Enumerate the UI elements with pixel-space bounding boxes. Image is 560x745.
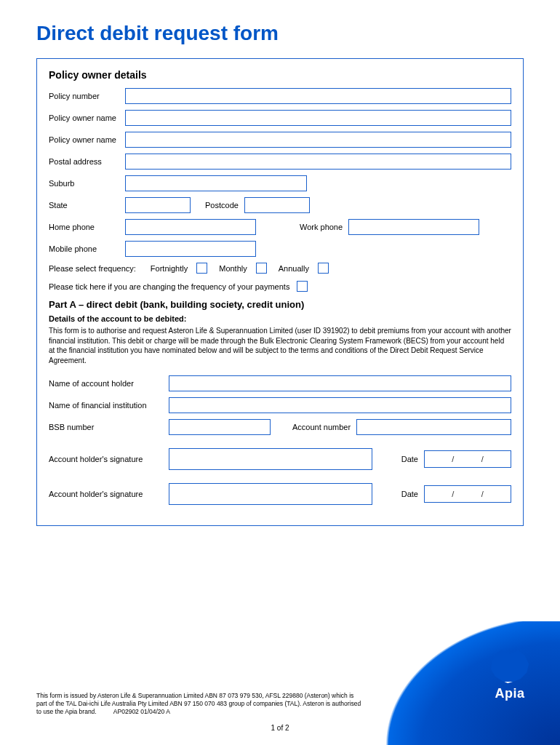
date-sep: / xyxy=(481,490,484,498)
label-postcode: Postcode xyxy=(205,201,239,210)
input-institution[interactable] xyxy=(169,397,511,413)
label-institution: Name of financial institution xyxy=(49,401,169,410)
input-suburb[interactable] xyxy=(125,175,307,191)
label-frequency-prompt: Please select frequency: xyxy=(49,264,136,273)
input-date-1[interactable]: / / xyxy=(424,450,511,468)
date-sep: / xyxy=(452,490,454,498)
input-postcode[interactable] xyxy=(244,197,310,213)
label-monthly: Monthly xyxy=(219,264,247,273)
input-signature-2[interactable] xyxy=(169,483,372,505)
input-mobile-phone[interactable] xyxy=(125,241,256,257)
input-account-holder[interactable] xyxy=(169,375,511,391)
input-bsb[interactable] xyxy=(169,419,271,435)
heading-details: Details of the account to be debited: xyxy=(49,314,511,323)
label-policy-owner-1: Policy owner name xyxy=(49,113,125,122)
input-date-2[interactable]: / / xyxy=(424,485,511,503)
input-postal-address[interactable] xyxy=(125,154,511,170)
label-work-phone: Work phone xyxy=(300,223,343,231)
checkbox-change-frequency[interactable] xyxy=(297,281,308,292)
section-policy-owner: Policy owner details xyxy=(49,69,511,81)
form-container: Policy owner details Policy number Polic… xyxy=(36,58,524,526)
australia-map-icon xyxy=(489,648,531,683)
input-state[interactable] xyxy=(125,197,191,213)
label-account-number: Account number xyxy=(292,423,351,431)
label-signature-2: Account holder's signature xyxy=(49,490,169,498)
input-policy-owner-1[interactable] xyxy=(125,110,511,126)
label-policy-number: Policy number xyxy=(49,92,125,100)
input-signature-1[interactable] xyxy=(169,448,372,470)
label-change-frequency: Please tick here if you are changing the… xyxy=(49,282,289,291)
section-part-a: Part A – direct debit (bank, building so… xyxy=(49,299,511,310)
label-state: State xyxy=(49,201,125,210)
input-home-phone[interactable] xyxy=(125,219,256,235)
paragraph-details: This form is to authorise and request As… xyxy=(49,326,511,365)
apia-logo: Apia xyxy=(489,648,531,701)
label-fortnightly: Fortnightly xyxy=(151,264,188,273)
input-account-number[interactable] xyxy=(356,419,511,435)
label-home-phone: Home phone xyxy=(49,223,125,231)
label-suburb: Suburb xyxy=(49,179,125,188)
label-account-holder: Name of account holder xyxy=(49,379,169,388)
checkbox-annually[interactable] xyxy=(318,263,329,274)
input-policy-owner-2[interactable] xyxy=(125,132,511,148)
label-date-1: Date xyxy=(401,455,418,463)
label-annually: Annually xyxy=(279,264,309,273)
input-policy-number[interactable] xyxy=(125,88,511,104)
label-bsb: BSB number xyxy=(49,423,169,431)
label-postal-address: Postal address xyxy=(49,157,125,166)
label-mobile-phone: Mobile phone xyxy=(49,244,125,253)
page-title: Direct debit request form xyxy=(0,0,560,58)
checkbox-monthly[interactable] xyxy=(256,263,267,274)
date-sep: / xyxy=(481,455,484,463)
label-signature-1: Account holder's signature xyxy=(49,455,169,463)
checkbox-fortnightly[interactable] xyxy=(196,263,207,274)
label-policy-owner-2: Policy owner name xyxy=(49,135,125,144)
label-date-2: Date xyxy=(401,490,418,498)
logo-text: Apia xyxy=(489,686,531,701)
input-work-phone[interactable] xyxy=(348,219,479,235)
date-sep: / xyxy=(452,455,454,463)
footer-disclaimer: This form is issued by Asteron Life & Su… xyxy=(36,692,364,716)
